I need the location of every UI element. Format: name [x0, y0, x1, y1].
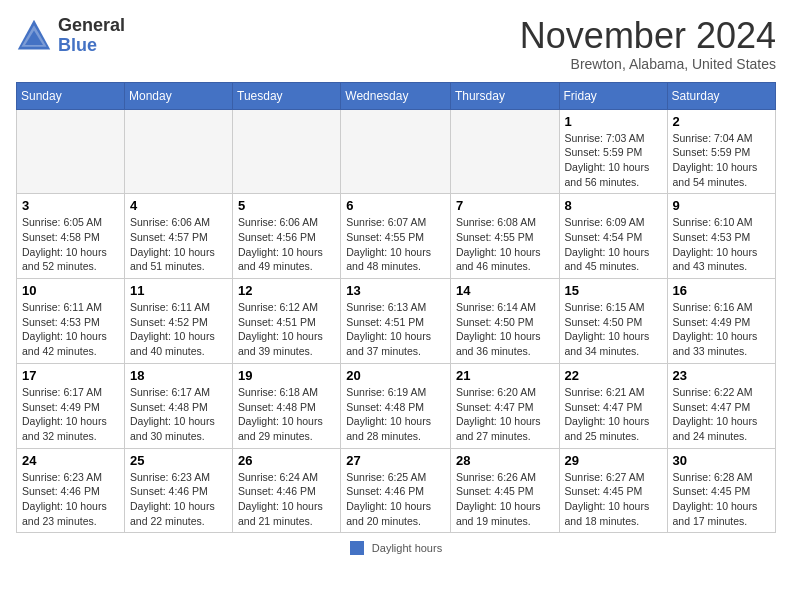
- calendar-day-cell: [341, 109, 451, 194]
- calendar-day-cell: 22Sunrise: 6:21 AMSunset: 4:47 PMDayligh…: [559, 363, 667, 448]
- day-info: Sunrise: 6:05 AMSunset: 4:58 PMDaylight:…: [22, 215, 119, 274]
- day-number: 26: [238, 453, 335, 468]
- day-number: 22: [565, 368, 662, 383]
- day-info: Sunrise: 6:17 AMSunset: 4:48 PMDaylight:…: [130, 385, 227, 444]
- weekday-header-cell: Saturday: [667, 82, 775, 109]
- day-info: Sunrise: 6:27 AMSunset: 4:45 PMDaylight:…: [565, 470, 662, 529]
- day-number: 20: [346, 368, 445, 383]
- calendar-day-cell: 16Sunrise: 6:16 AMSunset: 4:49 PMDayligh…: [667, 279, 775, 364]
- day-info: Sunrise: 6:11 AMSunset: 4:53 PMDaylight:…: [22, 300, 119, 359]
- day-info: Sunrise: 6:10 AMSunset: 4:53 PMDaylight:…: [673, 215, 770, 274]
- day-info: Sunrise: 6:24 AMSunset: 4:46 PMDaylight:…: [238, 470, 335, 529]
- day-info: Sunrise: 6:21 AMSunset: 4:47 PMDaylight:…: [565, 385, 662, 444]
- day-number: 30: [673, 453, 770, 468]
- calendar-table: SundayMondayTuesdayWednesdayThursdayFrid…: [16, 82, 776, 534]
- month-title: November 2024: [520, 16, 776, 56]
- calendar-day-cell: 26Sunrise: 6:24 AMSunset: 4:46 PMDayligh…: [233, 448, 341, 533]
- day-info: Sunrise: 6:23 AMSunset: 4:46 PMDaylight:…: [130, 470, 227, 529]
- calendar-day-cell: 8Sunrise: 6:09 AMSunset: 4:54 PMDaylight…: [559, 194, 667, 279]
- calendar-day-cell: [233, 109, 341, 194]
- day-info: Sunrise: 6:25 AMSunset: 4:46 PMDaylight:…: [346, 470, 445, 529]
- calendar-week-row: 1Sunrise: 7:03 AMSunset: 5:59 PMDaylight…: [17, 109, 776, 194]
- calendar-day-cell: 2Sunrise: 7:04 AMSunset: 5:59 PMDaylight…: [667, 109, 775, 194]
- calendar-day-cell: 18Sunrise: 6:17 AMSunset: 4:48 PMDayligh…: [125, 363, 233, 448]
- calendar-day-cell: 10Sunrise: 6:11 AMSunset: 4:53 PMDayligh…: [17, 279, 125, 364]
- day-info: Sunrise: 6:28 AMSunset: 4:45 PMDaylight:…: [673, 470, 770, 529]
- day-number: 1: [565, 114, 662, 129]
- calendar-day-cell: 6Sunrise: 6:07 AMSunset: 4:55 PMDaylight…: [341, 194, 451, 279]
- calendar-day-cell: 15Sunrise: 6:15 AMSunset: 4:50 PMDayligh…: [559, 279, 667, 364]
- day-info: Sunrise: 6:13 AMSunset: 4:51 PMDaylight:…: [346, 300, 445, 359]
- day-info: Sunrise: 6:08 AMSunset: 4:55 PMDaylight:…: [456, 215, 554, 274]
- day-info: Sunrise: 6:16 AMSunset: 4:49 PMDaylight:…: [673, 300, 770, 359]
- weekday-header-row: SundayMondayTuesdayWednesdayThursdayFrid…: [17, 82, 776, 109]
- day-number: 2: [673, 114, 770, 129]
- day-info: Sunrise: 6:18 AMSunset: 4:48 PMDaylight:…: [238, 385, 335, 444]
- day-number: 4: [130, 198, 227, 213]
- calendar-day-cell: 27Sunrise: 6:25 AMSunset: 4:46 PMDayligh…: [341, 448, 451, 533]
- day-number: 9: [673, 198, 770, 213]
- day-info: Sunrise: 6:14 AMSunset: 4:50 PMDaylight:…: [456, 300, 554, 359]
- day-number: 5: [238, 198, 335, 213]
- day-info: Sunrise: 6:06 AMSunset: 4:57 PMDaylight:…: [130, 215, 227, 274]
- calendar-day-cell: 29Sunrise: 6:27 AMSunset: 4:45 PMDayligh…: [559, 448, 667, 533]
- calendar-day-cell: 23Sunrise: 6:22 AMSunset: 4:47 PMDayligh…: [667, 363, 775, 448]
- calendar-day-cell: 12Sunrise: 6:12 AMSunset: 4:51 PMDayligh…: [233, 279, 341, 364]
- day-info: Sunrise: 6:26 AMSunset: 4:45 PMDaylight:…: [456, 470, 554, 529]
- page-header: General Blue November 2024 Brewton, Alab…: [16, 16, 776, 72]
- day-number: 28: [456, 453, 554, 468]
- legend-label: Daylight hours: [372, 542, 442, 554]
- day-number: 23: [673, 368, 770, 383]
- day-number: 3: [22, 198, 119, 213]
- title-block: November 2024 Brewton, Alabama, United S…: [520, 16, 776, 72]
- day-number: 27: [346, 453, 445, 468]
- day-number: 10: [22, 283, 119, 298]
- calendar-day-cell: 5Sunrise: 6:06 AMSunset: 4:56 PMDaylight…: [233, 194, 341, 279]
- day-info: Sunrise: 6:17 AMSunset: 4:49 PMDaylight:…: [22, 385, 119, 444]
- weekday-header-cell: Sunday: [17, 82, 125, 109]
- calendar-day-cell: [125, 109, 233, 194]
- day-number: 17: [22, 368, 119, 383]
- day-number: 12: [238, 283, 335, 298]
- weekday-header-cell: Thursday: [450, 82, 559, 109]
- calendar-day-cell: 25Sunrise: 6:23 AMSunset: 4:46 PMDayligh…: [125, 448, 233, 533]
- location: Brewton, Alabama, United States: [520, 56, 776, 72]
- calendar-day-cell: 14Sunrise: 6:14 AMSunset: 4:50 PMDayligh…: [450, 279, 559, 364]
- day-number: 11: [130, 283, 227, 298]
- calendar-week-row: 10Sunrise: 6:11 AMSunset: 4:53 PMDayligh…: [17, 279, 776, 364]
- calendar-day-cell: 17Sunrise: 6:17 AMSunset: 4:49 PMDayligh…: [17, 363, 125, 448]
- calendar-body: 1Sunrise: 7:03 AMSunset: 5:59 PMDaylight…: [17, 109, 776, 533]
- day-info: Sunrise: 6:19 AMSunset: 4:48 PMDaylight:…: [346, 385, 445, 444]
- day-number: 14: [456, 283, 554, 298]
- legend-box: [350, 541, 364, 555]
- day-number: 6: [346, 198, 445, 213]
- day-number: 24: [22, 453, 119, 468]
- calendar-day-cell: 30Sunrise: 6:28 AMSunset: 4:45 PMDayligh…: [667, 448, 775, 533]
- calendar-week-row: 24Sunrise: 6:23 AMSunset: 4:46 PMDayligh…: [17, 448, 776, 533]
- calendar-day-cell: 3Sunrise: 6:05 AMSunset: 4:58 PMDaylight…: [17, 194, 125, 279]
- day-number: 7: [456, 198, 554, 213]
- calendar-day-cell: 20Sunrise: 6:19 AMSunset: 4:48 PMDayligh…: [341, 363, 451, 448]
- calendar-day-cell: 19Sunrise: 6:18 AMSunset: 4:48 PMDayligh…: [233, 363, 341, 448]
- day-info: Sunrise: 6:12 AMSunset: 4:51 PMDaylight:…: [238, 300, 335, 359]
- weekday-header-cell: Tuesday: [233, 82, 341, 109]
- logo-text: General Blue: [58, 16, 125, 56]
- day-number: 8: [565, 198, 662, 213]
- day-number: 18: [130, 368, 227, 383]
- day-info: Sunrise: 7:03 AMSunset: 5:59 PMDaylight:…: [565, 131, 662, 190]
- calendar-day-cell: 21Sunrise: 6:20 AMSunset: 4:47 PMDayligh…: [450, 363, 559, 448]
- day-info: Sunrise: 6:11 AMSunset: 4:52 PMDaylight:…: [130, 300, 227, 359]
- day-number: 29: [565, 453, 662, 468]
- day-number: 15: [565, 283, 662, 298]
- day-info: Sunrise: 6:07 AMSunset: 4:55 PMDaylight:…: [346, 215, 445, 274]
- day-info: Sunrise: 6:20 AMSunset: 4:47 PMDaylight:…: [456, 385, 554, 444]
- day-info: Sunrise: 6:23 AMSunset: 4:46 PMDaylight:…: [22, 470, 119, 529]
- day-number: 13: [346, 283, 445, 298]
- logo: General Blue: [16, 16, 125, 56]
- day-number: 16: [673, 283, 770, 298]
- calendar-day-cell: 9Sunrise: 6:10 AMSunset: 4:53 PMDaylight…: [667, 194, 775, 279]
- calendar-day-cell: 11Sunrise: 6:11 AMSunset: 4:52 PMDayligh…: [125, 279, 233, 364]
- calendar-day-cell: 28Sunrise: 6:26 AMSunset: 4:45 PMDayligh…: [450, 448, 559, 533]
- weekday-header-cell: Monday: [125, 82, 233, 109]
- calendar-day-cell: [450, 109, 559, 194]
